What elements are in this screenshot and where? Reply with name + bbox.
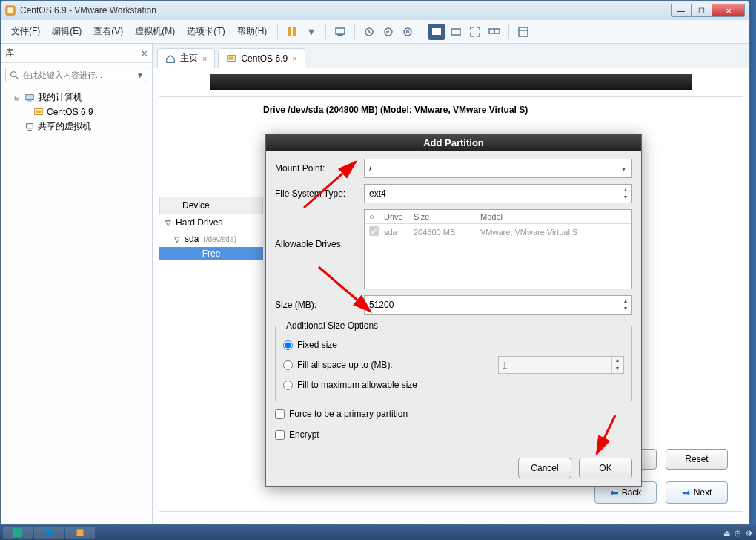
additional-legend: Additional Size Options — [283, 320, 381, 331]
unity-icon[interactable] — [448, 24, 464, 40]
search-icon — [9, 70, 19, 80]
library-search[interactable]: ▼ — [5, 68, 147, 82]
window-minimize-button[interactable]: — — [671, 4, 692, 17]
spinner-icon[interactable]: ▴▾ — [620, 186, 630, 201]
mount-point-combo[interactable]: / ▾ — [364, 159, 632, 178]
arrow-left-icon: ⬅ — [610, 487, 619, 498]
svg-point-29 — [46, 530, 53, 536]
menu-edit[interactable]: 编辑(E) — [47, 23, 86, 40]
fill-upto-input — [498, 356, 624, 374]
svg-rect-28 — [13, 528, 22, 537]
ok-button[interactable]: OK — [579, 458, 632, 478]
fs-type-combo[interactable]: ext4 ▴▾ — [364, 184, 632, 203]
multi-monitor-icon[interactable] — [486, 24, 503, 40]
library-icon[interactable] — [515, 24, 531, 40]
windows-taskbar[interactable]: ⏏ ◷ 🕪 — [0, 525, 756, 540]
tray-icon[interactable]: ◷ — [735, 529, 741, 537]
fixed-size-radio[interactable] — [283, 340, 293, 350]
window-titlebar[interactable]: CentOS 6.9 - VMware Workstation — ☐ ✕ — [1, 1, 749, 20]
svg-rect-13 — [494, 29, 500, 33]
cancel-button[interactable]: Cancel — [518, 458, 571, 478]
window-maximize-button[interactable]: ☐ — [692, 4, 712, 17]
tray-icon[interactable]: ⏏ — [723, 529, 730, 537]
system-tray[interactable]: ⏏ ◷ 🕪 — [723, 529, 753, 537]
drives-model-header: Model — [480, 212, 627, 221]
revert-icon[interactable] — [380, 24, 397, 40]
svg-rect-3 — [293, 27, 296, 36]
fill-max-option[interactable]: Fill to maximum allowable size — [283, 377, 624, 393]
tray-icon[interactable]: 🕪 — [746, 529, 753, 537]
sda-path-label: (/dev/sda) — [203, 235, 236, 243]
sda-row[interactable]: ▽ sda (/dev/sda) — [159, 231, 263, 247]
library-search-input[interactable] — [22, 70, 136, 79]
tab-centos-label: CentOS 6.9 — [241, 53, 288, 64]
fill-upto-option[interactable]: Fill all space up to (MB): ▴▾ — [283, 353, 624, 377]
reset-button[interactable]: Reset — [666, 449, 728, 470]
expand-icon[interactable]: ▽ — [174, 235, 180, 243]
tab-centos[interactable]: CentOS 6.9 × — [218, 48, 305, 68]
fill-max-radio[interactable] — [283, 381, 293, 390]
menu-file[interactable]: 文件(F) — [7, 23, 44, 40]
send-keys-icon[interactable] — [332, 24, 348, 40]
fill-upto-radio[interactable] — [283, 360, 293, 370]
menu-view[interactable]: 查看(V) — [89, 23, 127, 40]
menu-vm[interactable]: 虚拟机(M) — [130, 23, 179, 40]
console-view-icon[interactable] — [428, 24, 445, 40]
hard-drives-row[interactable]: ▽ Hard Drives — [159, 214, 263, 231]
vm-tab-icon — [226, 53, 236, 64]
force-primary-checkbox[interactable] — [275, 409, 285, 419]
add-partition-dialog: Add Partition Mount Point: / ▾ File Syst… — [265, 134, 642, 487]
snapshot-icon[interactable] — [361, 24, 377, 40]
svg-rect-5 — [338, 35, 342, 36]
tree-root-label: 我的计算机 — [38, 91, 82, 104]
size-spinner-icon[interactable]: ▴▾ — [620, 297, 630, 312]
vm-icon — [33, 107, 44, 117]
fixed-size-option[interactable]: Fixed size — [283, 337, 624, 353]
size-input-wrapper: ▴▾ — [364, 295, 632, 315]
fill-max-label: Fill to maximum allowable size — [297, 380, 417, 390]
tree-vm-label: CentOS 6.9 — [47, 107, 93, 117]
size-input[interactable] — [365, 296, 631, 314]
library-close-icon[interactable]: × — [142, 47, 147, 59]
tab-centos-close-icon[interactable]: × — [292, 54, 296, 63]
dropdown-icon[interactable]: ▾ — [303, 24, 319, 40]
encrypt-checkbox[interactable] — [275, 430, 285, 440]
svg-rect-19 — [27, 100, 31, 101]
drives-row-sda[interactable]: sda 204800 MB VMware, VMware Virtual S — [365, 224, 631, 240]
tree-my-computer[interactable]: ⊟ 我的计算机 — [2, 90, 150, 105]
dialog-title[interactable]: Add Partition — [266, 134, 641, 151]
taskbar-app-1[interactable] — [3, 527, 33, 539]
next-label: Next — [694, 487, 712, 498]
collapse-icon[interactable]: ⊟ — [14, 94, 21, 102]
tree-shared-vms[interactable]: 共享的虚拟机 — [2, 119, 150, 134]
shared-icon — [24, 122, 35, 132]
svg-rect-18 — [26, 94, 34, 99]
computer-icon — [24, 93, 35, 103]
force-primary-option[interactable]: Force to be a primary partition — [275, 406, 632, 422]
svg-rect-10 — [432, 28, 441, 35]
search-dropdown-icon[interactable]: ▼ — [136, 71, 144, 79]
taskbar-app-3[interactable] — [65, 527, 95, 539]
fs-type-label: File System Type: — [275, 188, 358, 199]
next-button[interactable]: ➡ Next — [666, 481, 728, 504]
tab-home[interactable]: 主页 × — [157, 48, 215, 68]
allowable-drives-table[interactable]: ○ Drive Size Model sda 204800 MB VMware,… — [364, 209, 632, 289]
vmware-icon — [5, 5, 16, 16]
pause-icon[interactable] — [284, 24, 300, 40]
drives-size-header: Size — [414, 212, 480, 221]
encrypt-option[interactable]: Encrypt — [275, 427, 632, 443]
tab-home-close-icon[interactable]: × — [202, 54, 207, 63]
taskbar-app-2[interactable] — [34, 527, 64, 539]
tree-vm-centos[interactable]: CentOS 6.9 — [2, 105, 150, 119]
fill-upto-label: Fill all space up to (MB): — [297, 360, 393, 370]
menu-tabs[interactable]: 选项卡(T) — [182, 23, 229, 40]
fullscreen-icon[interactable] — [467, 24, 483, 40]
free-space-row[interactable]: Free — [159, 247, 263, 260]
svg-rect-30 — [77, 530, 84, 536]
expand-icon[interactable]: ▽ — [165, 219, 171, 227]
window-close-button[interactable]: ✕ — [712, 4, 745, 17]
library-panel: 库 × ▼ ⊟ 我的计算机 CentOS 6.9 — [1, 44, 153, 524]
menu-help[interactable]: 帮助(H) — [233, 23, 272, 40]
chevron-down-icon[interactable]: ▾ — [617, 161, 630, 176]
manage-icon[interactable] — [399, 24, 416, 40]
